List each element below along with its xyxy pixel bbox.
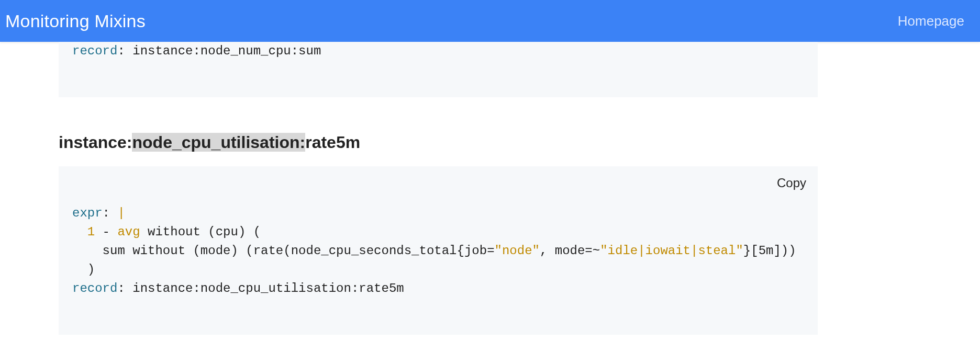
yaml-string: "idle|iowait|steal" — [600, 244, 743, 258]
yaml-value: instance:node_cpu_utilisation:rate5m — [132, 281, 404, 295]
heading-text-highlight: node_cpu_utilisation: — [132, 133, 305, 152]
yaml-text: without (cpu) ( — [140, 225, 261, 239]
yaml-colon: : — [117, 44, 132, 58]
yaml-text: , mode=~ — [540, 244, 600, 258]
site-title: Monitoring Mixins — [5, 11, 146, 31]
code-line: ) — [72, 260, 804, 279]
main-content: record: instance:node_num_cpu:sum instan… — [59, 42, 818, 335]
code-block-1: record: instance:node_num_cpu:sum — [59, 42, 818, 97]
code-line: record: instance:node_cpu_utilisation:ra… — [72, 279, 804, 298]
yaml-text: sum without (mode) (rate(node_cpu_second… — [103, 244, 495, 258]
yaml-colon: : — [117, 281, 132, 295]
code-line: expr: | — [72, 204, 804, 223]
yaml-key: record — [72, 281, 117, 295]
yaml-number: 1 — [87, 225, 95, 239]
homepage-link[interactable]: Homepage — [898, 13, 964, 29]
yaml-string: "node" — [495, 244, 540, 258]
yaml-text: ) — [72, 263, 95, 277]
yaml-key: expr — [72, 206, 103, 220]
yaml-text: - — [95, 225, 117, 239]
yaml-indent — [72, 244, 103, 258]
code-line: 1 - avg without (cpu) ( — [72, 223, 804, 242]
header-bar: Monitoring Mixins Homepage — [0, 0, 980, 42]
code-line: record: instance:node_num_cpu:sum — [72, 42, 804, 61]
yaml-pipe: | — [117, 206, 125, 220]
rule-heading: instance:node_cpu_utilisation:rate5m — [59, 132, 818, 154]
yaml-colon: : — [103, 206, 118, 220]
yaml-value: instance:node_num_cpu:sum — [132, 44, 321, 58]
heading-text-post: rate5m — [305, 133, 360, 152]
code-line: sum without (mode) (rate(node_cpu_second… — [72, 242, 804, 260]
copy-button[interactable]: Copy — [777, 176, 806, 190]
code-block-2: Copy expr: | 1 - avg without (cpu) ( sum… — [59, 166, 818, 335]
yaml-func: avg — [117, 225, 140, 239]
yaml-key: record — [72, 44, 117, 58]
heading-text-pre: instance: — [59, 133, 132, 152]
yaml-text: }[5m])) — [743, 244, 796, 258]
